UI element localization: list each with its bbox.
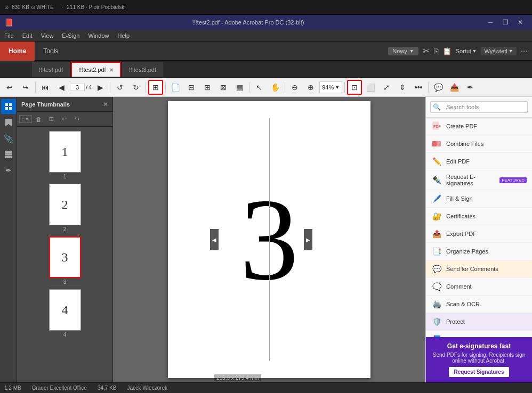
new-file-btn[interactable]: 📄: [168, 80, 183, 95]
copy-icon[interactable]: ⎘: [434, 47, 438, 55]
attachments-icon-btn[interactable]: 📎: [1, 131, 16, 146]
svg-rect-6: [5, 153, 12, 155]
signatures-icon-btn[interactable]: ✒: [1, 163, 16, 178]
panel-undo-btn[interactable]: ↩: [59, 113, 70, 125]
pdf-area: ◀ 3 ▶ 215,9 x 279,4 mm: [113, 97, 425, 382]
export-pdf-icon: 📤: [431, 228, 442, 239]
thumbnail-page-4[interactable]: 4 4: [49, 289, 81, 338]
nav-prev-btn[interactable]: ◀: [210, 229, 219, 250]
window-titlebar: 📕 !!!test2.pdf - Adobe Acrobat Pro DC (3…: [0, 15, 532, 30]
zoom-in-btn[interactable]: ⊕: [303, 80, 318, 95]
restore-button[interactable]: ❐: [498, 15, 513, 30]
tool-create-pdf[interactable]: PDF Create PDF: [426, 118, 532, 135]
first-page-btn[interactable]: ⏮: [38, 80, 53, 95]
rotate-ccw-btn[interactable]: ↺: [112, 80, 127, 95]
thumbnail-page-3[interactable]: 3 3: [49, 236, 81, 285]
window-title: !!!test2.pdf - Adobe Acrobat Pro DC (32-…: [13, 19, 483, 26]
tool-pdf-standards[interactable]: 📘 PDF Standards: [426, 331, 532, 337]
sep5: [249, 82, 249, 93]
taskbar-item-2[interactable]: · 211 KB · Piotr Podbielski: [62, 4, 126, 10]
thumbnails-icon-btn[interactable]: [1, 99, 16, 114]
scroll-mode-btn[interactable]: ⇕: [395, 80, 410, 95]
menu-file[interactable]: File: [0, 31, 18, 40]
thumbnail-label-1: 1: [63, 174, 67, 179]
tool-fill-sign[interactable]: 🖊️ Fill & Sign: [426, 190, 532, 208]
panel-redo-btn[interactable]: ↪: [71, 113, 83, 125]
menu-help[interactable]: Help: [114, 31, 134, 40]
comment-btn[interactable]: 💬: [431, 80, 446, 95]
fill-sign-small-btn[interactable]: ✒: [463, 80, 478, 95]
combine-files-icon: [431, 138, 442, 149]
menu-view[interactable]: View: [37, 31, 58, 40]
tab-test2[interactable]: !!!test2.pdf ✕: [71, 62, 120, 77]
close-button[interactable]: ✕: [513, 15, 528, 30]
share-btn[interactable]: 📤: [447, 80, 462, 95]
zoom-out-btn[interactable]: ⊖: [287, 80, 302, 95]
nav-new-btn[interactable]: Nowy ▼: [388, 47, 418, 55]
left-icon-rail: 📎 ✒: [0, 97, 17, 382]
promo-btn[interactable]: Request Signatures: [449, 367, 510, 377]
hand-tool-btn[interactable]: ✋: [268, 80, 283, 95]
menu-window[interactable]: Window: [84, 31, 113, 40]
tool-edit-pdf[interactable]: ✏️ Edit PDF: [426, 153, 532, 170]
bookmarks-icon-btn[interactable]: [1, 115, 16, 130]
svg-rect-7: [5, 156, 12, 158]
panel-close-btn[interactable]: ✕: [103, 101, 108, 108]
tool-request-esig[interactable]: ✒️ Request E-signatures FEATURED: [426, 170, 532, 190]
certificates-label: Certificates: [446, 213, 527, 219]
taskbar-item-1[interactable]: ⊙ 630 KB ⊙ WHITE: [4, 4, 54, 10]
nav-tools-btn[interactable]: Tools: [35, 42, 67, 61]
more-options-btn[interactable]: ···: [521, 46, 528, 56]
view-chevron-icon: ▼: [509, 48, 513, 54]
tab-test3[interactable]: !!!test3.pdf: [122, 62, 163, 77]
view-mode-btn[interactable]: ▤: [232, 80, 247, 95]
search-tools-input[interactable]: [443, 102, 527, 112]
tool-protect[interactable]: 🛡️ Protect: [426, 313, 532, 331]
tab-test[interactable]: !!!test.pdf: [32, 62, 70, 77]
nav-view-btn[interactable]: Wyświetl ▼: [481, 47, 516, 55]
delete-page-btn[interactable]: 🗑: [33, 113, 45, 125]
tool-comment[interactable]: 🗨️ Comment: [426, 278, 532, 296]
zoom-level[interactable]: 94% ▼: [319, 81, 342, 93]
crop-tool-btn[interactable]: ⊞: [148, 80, 163, 95]
cut-icon[interactable]: ✂: [423, 46, 430, 56]
fit-width-btn[interactable]: ⬜: [363, 80, 378, 95]
tool-combine-files[interactable]: Combine Files: [426, 135, 532, 153]
tab-test3-label: !!!test3.pdf: [129, 67, 156, 73]
esig-icon: ✒️: [431, 175, 442, 185]
extract-pages-btn[interactable]: ⊡: [46, 113, 58, 125]
panel-menu-btn[interactable]: ≡ ▼: [19, 115, 32, 123]
undo-btn[interactable]: ↩: [2, 80, 17, 95]
more-tools-btn[interactable]: •••: [411, 80, 426, 95]
prev-page-btn[interactable]: ◀: [54, 80, 69, 95]
thumbnail-page-2[interactable]: 2 2: [49, 184, 81, 232]
edit-pdf-icon: ✏️: [431, 156, 442, 167]
extract-btn[interactable]: ⊞: [200, 80, 215, 95]
rotate-cw-btn[interactable]: ↻: [128, 80, 143, 95]
send-comments-icon: 💬: [431, 264, 442, 274]
menu-edit[interactable]: Edit: [18, 31, 37, 40]
minimize-button[interactable]: ─: [483, 15, 498, 30]
page-number-input[interactable]: [70, 84, 85, 91]
taskbar-label-2: 211 KB · Piotr Podbielski: [67, 4, 125, 10]
tab-test2-close[interactable]: ✕: [109, 67, 114, 73]
layers-icon-btn[interactable]: [1, 147, 16, 162]
tool-certificates[interactable]: 🔐 Certificates: [426, 208, 532, 225]
full-screen-btn[interactable]: ⤢: [379, 80, 394, 95]
nav-home-btn[interactable]: Home: [0, 42, 35, 61]
combine-btn[interactable]: ⊟: [184, 80, 199, 95]
tool-scan-ocr[interactable]: 🖨️ Scan & OCR: [426, 296, 532, 313]
nav-next-btn[interactable]: ▶: [304, 229, 312, 250]
redo-btn[interactable]: ↪: [18, 80, 33, 95]
split-btn[interactable]: ⊠: [216, 80, 231, 95]
select-tool-btn[interactable]: ↖: [252, 80, 267, 95]
tool-export-pdf[interactable]: 📤 Export PDF: [426, 225, 532, 243]
thumbnail-page-1[interactable]: 1 1: [49, 131, 81, 179]
nav-sort-btn[interactable]: Sortuj ▼: [456, 48, 477, 54]
paste-icon[interactable]: 📋: [442, 47, 452, 55]
next-page-btn[interactable]: ▶: [93, 80, 108, 95]
tool-organize-pages[interactable]: 📑 Organize Pages: [426, 243, 532, 260]
fit-page-btn[interactable]: ⊡: [347, 80, 362, 95]
tool-send-comments[interactable]: 💬 Send for Comments: [426, 260, 532, 278]
menu-esign[interactable]: E-Sign: [58, 31, 84, 40]
